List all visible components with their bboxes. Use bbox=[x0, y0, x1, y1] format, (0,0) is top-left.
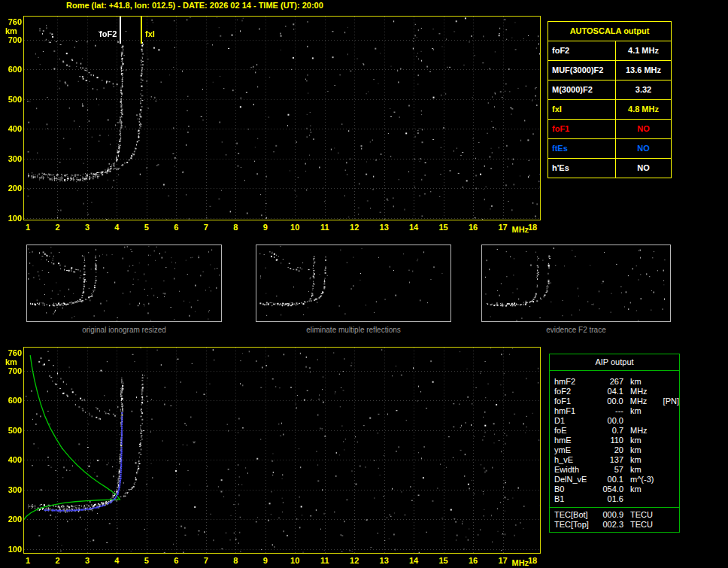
aip-row-label: D1 bbox=[550, 416, 596, 426]
x-tick-label: 5 bbox=[138, 556, 156, 565]
x-tick-label: 10 bbox=[286, 223, 304, 232]
aip-row-label: hmF2 bbox=[550, 377, 596, 387]
thumbnail-f2-trace bbox=[481, 245, 671, 322]
thumbnail-multiples-removed bbox=[256, 245, 451, 322]
y-tick-label: 100 bbox=[2, 214, 22, 223]
aip-row-value: 20 bbox=[596, 445, 623, 455]
aip-row-note bbox=[660, 377, 679, 387]
aip-row-value: 110 bbox=[596, 436, 623, 445]
aip-output-table: AIP outputhmF2267kmfoF204.1MHzfoF100.0MH… bbox=[549, 354, 680, 533]
aip-row-label: ymE bbox=[550, 445, 596, 455]
autoscala-param-label: foF1 bbox=[548, 120, 616, 138]
aip-row: hmF1---km bbox=[550, 406, 679, 416]
autoscala-output-table: AUTOSCALA outputfoF24.1 MHzMUF(3000)F213… bbox=[548, 21, 672, 178]
aip-row: hmE110km bbox=[550, 436, 679, 445]
x-tick-label: 10 bbox=[286, 556, 304, 565]
aip-tec-value: 000.9 bbox=[596, 510, 623, 520]
aip-row-value: 57 bbox=[596, 465, 623, 475]
thumbnail-original-ionogram bbox=[26, 245, 222, 322]
autoscala-param-value: NO bbox=[616, 139, 671, 158]
aip-row-label: DelN_vE bbox=[550, 475, 596, 484]
autoscala-param-label: ftEs bbox=[548, 139, 616, 158]
aip-row-value: 054.0 bbox=[596, 484, 623, 494]
y-tick-label: 700 bbox=[2, 366, 22, 375]
autoscala-table-title: AUTOSCALA output bbox=[548, 22, 671, 41]
fxi-marker-line bbox=[141, 17, 142, 44]
aip-row: foF204.1MHz bbox=[550, 387, 679, 396]
x-tick-label: 14 bbox=[405, 223, 423, 232]
aip-row-unit: km bbox=[623, 465, 660, 475]
x-tick-label: 1 bbox=[19, 556, 37, 565]
autoscala-param-label: MUF(3000)F2 bbox=[548, 61, 616, 80]
aip-row-label: Ewidth bbox=[550, 465, 596, 475]
autoscala-row: MUF(3000)F213.6 MHz bbox=[548, 61, 671, 80]
aip-row-unit bbox=[623, 494, 660, 504]
aip-row-label: foF2 bbox=[550, 387, 596, 396]
autoscala-row: ftEsNO bbox=[548, 139, 671, 159]
x-tick-label: 2 bbox=[48, 556, 66, 565]
aip-table-body: hmF2267kmfoF204.1MHzfoF100.0MHz[PN]hmF1-… bbox=[550, 371, 679, 507]
aip-row-unit: km bbox=[623, 445, 660, 455]
x-tick-label: 9 bbox=[256, 223, 275, 232]
aip-row-label: hmF1 bbox=[550, 406, 596, 416]
aip-row-value: 267 bbox=[596, 377, 623, 387]
aip-row-unit: km bbox=[623, 406, 660, 416]
autoscala-param-label: h'Es bbox=[548, 159, 616, 178]
x-tick-label: 13 bbox=[375, 556, 393, 565]
autoscala-param-value: 3.32 bbox=[616, 80, 671, 99]
fof2-marker-label: foF2 bbox=[95, 29, 117, 38]
y-tick-label: 600 bbox=[2, 65, 22, 74]
y-tick-label: 760 bbox=[2, 348, 22, 357]
aip-tec-label: TEC[Top] bbox=[550, 520, 596, 530]
aip-row-unit: MHz bbox=[623, 387, 660, 396]
aip-row-note bbox=[660, 445, 679, 455]
autoscala-param-value: NO bbox=[616, 120, 671, 138]
ionogram-canvas-top bbox=[24, 17, 540, 220]
aip-row-unit bbox=[623, 416, 660, 426]
aip-row: hmF2267km bbox=[550, 377, 679, 387]
aip-row-unit: km bbox=[623, 484, 660, 494]
thumbnail-f2trace-canvas bbox=[482, 245, 670, 321]
aip-tec-section: TEC[Bot]000.9TECUTEC[Top]002.3TECU bbox=[550, 507, 679, 532]
y-tick-label: 760 bbox=[2, 17, 22, 26]
aip-row-value: 00.0 bbox=[596, 396, 623, 406]
y-tick-label: 400 bbox=[2, 455, 22, 464]
aip-row-label: hmE bbox=[550, 436, 596, 445]
aip-row-note bbox=[660, 484, 679, 494]
aip-row-note bbox=[660, 455, 679, 465]
autoscala-param-label: fxI bbox=[548, 100, 616, 119]
x-tick-label: 3 bbox=[78, 556, 96, 565]
fof2-marker-line bbox=[120, 17, 121, 44]
x-tick-label: 3 bbox=[78, 223, 96, 232]
aip-row: h_vE137km bbox=[550, 455, 679, 465]
autoscala-param-value: 4.1 MHz bbox=[616, 41, 671, 60]
aip-tec-unit: TECU bbox=[623, 510, 660, 520]
x-tick-label: 8 bbox=[226, 223, 244, 232]
x-tick-label: 1 bbox=[19, 223, 37, 232]
x-tick-label: 5 bbox=[138, 223, 156, 232]
aip-row: foE0.7MHz bbox=[550, 426, 679, 436]
autoscala-param-label: foF2 bbox=[548, 41, 616, 60]
y-tick-label: 300 bbox=[2, 154, 22, 163]
aip-row-unit: km bbox=[623, 436, 660, 445]
aip-row-note bbox=[660, 475, 679, 484]
x-tick-label: 14 bbox=[405, 556, 423, 565]
aip-row-label: h_vE bbox=[550, 455, 596, 465]
x-tick-label: 11 bbox=[316, 223, 334, 232]
aip-row-unit: km bbox=[623, 377, 660, 387]
x-tick-label: 11 bbox=[316, 556, 334, 565]
aip-row-unit: MHz bbox=[623, 396, 660, 406]
y-tick-label: 600 bbox=[2, 396, 22, 405]
autoscala-row: fxI4.8 MHz bbox=[548, 100, 671, 120]
ionogram-canvas-bottom bbox=[24, 348, 540, 553]
thumbnail-original-caption: original ionogram resized bbox=[26, 326, 222, 334]
aip-row-note bbox=[660, 387, 679, 396]
x-tick-label: 6 bbox=[167, 223, 185, 232]
x-axis-unit: MHz bbox=[512, 558, 529, 567]
aip-row-note: [PN] bbox=[660, 396, 679, 406]
aip-table-title: AIP output bbox=[550, 354, 679, 371]
autoscala-param-label: M(3000)F2 bbox=[548, 80, 616, 99]
aip-row-unit: MHz bbox=[623, 426, 660, 436]
y-tick-label: 300 bbox=[2, 485, 22, 494]
aip-tec-label: TEC[Bot] bbox=[550, 510, 596, 520]
